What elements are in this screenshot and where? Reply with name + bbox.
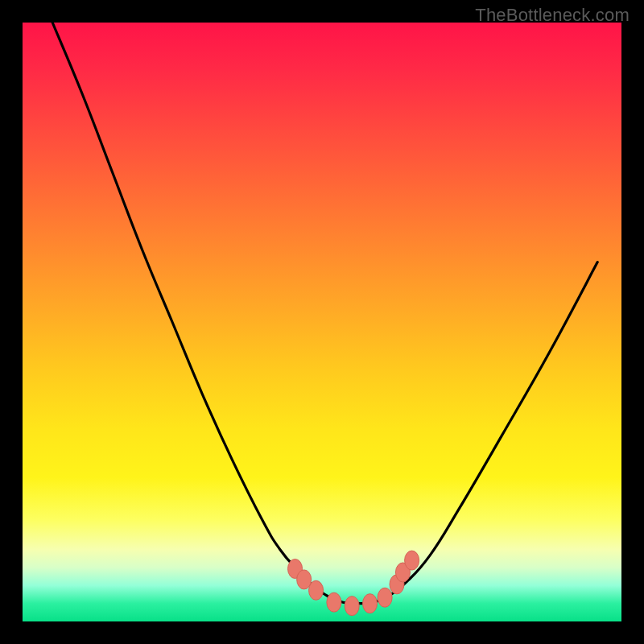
curve-marker: [378, 588, 392, 607]
curve-marker: [345, 597, 359, 616]
chart-frame: TheBottleneck.com: [0, 0, 644, 644]
chart-svg: [23, 23, 621, 621]
bottleneck-curve: [52, 23, 597, 604]
plot-area: [23, 23, 621, 621]
curve-marker: [327, 592, 341, 612]
curve-marker: [309, 580, 324, 600]
curve-marker: [363, 594, 378, 613]
watermark-text: TheBottleneck.com: [475, 5, 630, 26]
curve-marker: [405, 551, 419, 570]
marker-group: [288, 551, 419, 616]
